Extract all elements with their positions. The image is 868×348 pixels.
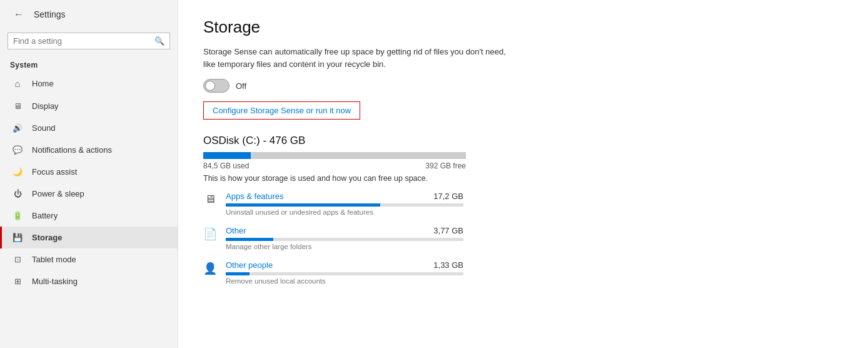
sidebar: ← Settings 🔍 System ⌂ Home 🖥 Display 🔊 S…	[0, 0, 178, 348]
other-header: Other 3,77 GB	[226, 226, 463, 235]
storage-sense-toggle[interactable]	[203, 79, 230, 93]
storage-icon: 💾	[12, 233, 23, 242]
apps-info: Apps & features 17,2 GB Uninstall unused…	[226, 192, 843, 216]
sidebar-header: ← Settings	[0, 0, 178, 29]
sidebar-item-sound[interactable]: 🔊 Sound	[0, 117, 178, 139]
sidebar-item-multitasking[interactable]: ⊞ Multi-tasking	[0, 270, 178, 292]
display-icon: 🖥	[12, 101, 23, 111]
apps-header: Apps & features 17,2 GB	[226, 192, 463, 201]
power-icon: ⏻	[12, 189, 23, 198]
apps-bar	[226, 203, 463, 207]
sidebar-item-tablet[interactable]: ⊡ Tablet mode	[0, 248, 178, 270]
home-icon: ⌂	[12, 78, 23, 89]
sidebar-item-focus[interactable]: 🌙 Focus assist	[0, 161, 178, 183]
disk-stats: 84,5 GB used 392 GB free	[203, 161, 466, 170]
disk-used-label: 84,5 GB used	[203, 161, 249, 170]
other-name[interactable]: Other	[226, 226, 246, 235]
storage-item-other: 📄 Other 3,77 GB Manage other large folde…	[203, 226, 843, 250]
apps-sub: Uninstall unused or undesired apps & fea…	[226, 208, 843, 216]
tablet-icon: ⊡	[12, 255, 23, 264]
people-bar-fill	[226, 272, 250, 275]
sidebar-item-label: Home	[32, 79, 54, 88]
sidebar-item-label: Tablet mode	[32, 255, 76, 264]
configure-storage-sense-link[interactable]: Configure Storage Sense or run it now	[203, 101, 360, 120]
people-icon: 👤	[203, 262, 217, 275]
people-bar	[226, 272, 463, 275]
sidebar-item-notifications[interactable]: 💬 Notifications & actions	[0, 139, 178, 161]
toggle-row: Off	[203, 79, 843, 93]
sidebar-item-storage[interactable]: 💾 Storage	[0, 227, 178, 248]
sidebar-item-label: Sound	[32, 123, 56, 133]
back-button[interactable]: ←	[10, 8, 28, 21]
disk-bar-container	[203, 152, 466, 159]
sidebar-item-home[interactable]: ⌂ Home	[0, 72, 178, 95]
disk-section: OSDisk (C:) - 476 GB 84,5 GB used 392 GB…	[203, 135, 843, 285]
sidebar-item-label: Notifications & actions	[32, 145, 112, 155]
other-sub: Manage other large folders	[226, 243, 843, 250]
storage-item-apps: 🖥 Apps & features 17,2 GB Uninstall unus…	[203, 192, 843, 216]
main-content: Storage Storage Sense can automatically …	[178, 0, 868, 348]
other-bar	[226, 238, 463, 241]
storage-sense-description: Storage Sense can automatically free up …	[203, 46, 516, 70]
toggle-label: Off	[236, 81, 246, 91]
sidebar-item-label: Multi-tasking	[32, 277, 78, 286]
disk-description: This is how your storage is used and how…	[203, 174, 843, 183]
storage-item-other-people: 👤 Other people 1,33 GB Remove unused loc…	[203, 260, 843, 285]
sidebar-item-label: Display	[32, 101, 59, 111]
page-title: Storage	[203, 18, 843, 37]
disk-bar-used	[203, 152, 251, 159]
people-header: Other people 1,33 GB	[226, 260, 463, 270]
people-info: Other people 1,33 GB Remove unused local…	[226, 260, 843, 285]
system-section-label: System	[0, 56, 178, 72]
people-size: 1,33 GB	[433, 260, 463, 270]
multitasking-icon: ⊞	[12, 277, 23, 286]
disk-free-label: 392 GB free	[425, 161, 466, 170]
sound-icon: 🔊	[12, 123, 23, 133]
disk-title: OSDisk (C:) - 476 GB	[203, 135, 843, 147]
sidebar-item-label: Battery	[32, 211, 58, 220]
people-name[interactable]: Other people	[226, 260, 273, 270]
focus-icon: 🌙	[12, 167, 23, 177]
search-input[interactable]	[13, 36, 151, 46]
toggle-knob	[205, 81, 215, 91]
apps-name[interactable]: Apps & features	[226, 192, 284, 201]
other-bar-fill	[226, 238, 273, 241]
sidebar-item-label: Power & sleep	[32, 189, 84, 198]
people-sub: Remove unused local accounts	[226, 277, 843, 285]
apps-bar-fill	[226, 203, 380, 207]
search-box[interactable]: 🔍	[8, 33, 170, 49]
sidebar-item-label: Storage	[32, 233, 62, 242]
sidebar-item-display[interactable]: 🖥 Display	[0, 95, 178, 117]
sidebar-item-power[interactable]: ⏻ Power & sleep	[0, 183, 178, 205]
sidebar-item-label: Focus assist	[32, 167, 77, 177]
other-info: Other 3,77 GB Manage other large folders	[226, 226, 843, 250]
settings-title: Settings	[34, 9, 66, 19]
battery-icon: 🔋	[12, 211, 23, 220]
sidebar-nav: ⌂ Home 🖥 Display 🔊 Sound 💬 Notifications…	[0, 72, 178, 292]
notifications-icon: 💬	[12, 145, 23, 155]
apps-icon: 🖥	[203, 193, 217, 206]
search-icon: 🔍	[154, 36, 164, 46]
apps-size: 17,2 GB	[433, 192, 463, 201]
sidebar-item-battery[interactable]: 🔋 Battery	[0, 205, 178, 227]
other-size: 3,77 GB	[433, 226, 463, 235]
other-icon: 📄	[203, 227, 217, 241]
